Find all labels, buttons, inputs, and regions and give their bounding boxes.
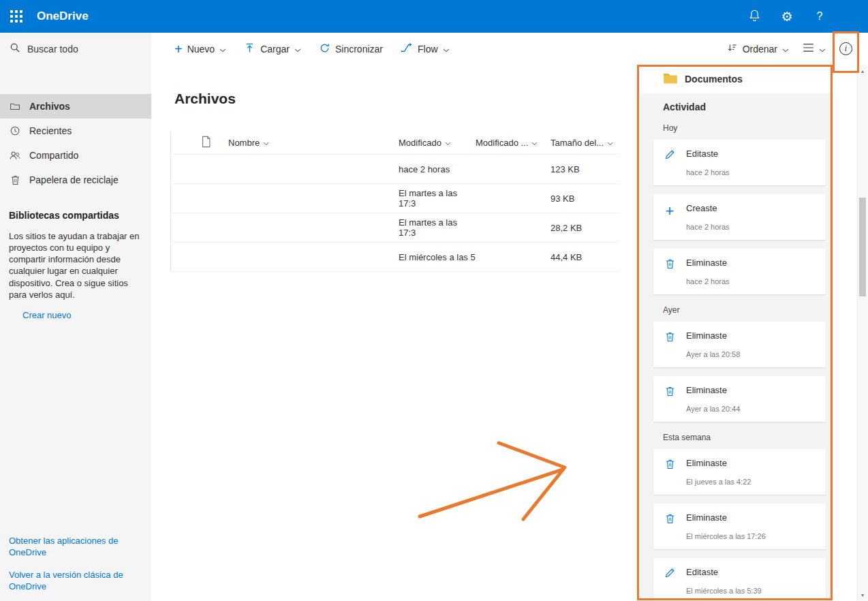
details-panel-header: Documentos [637, 65, 833, 93]
column-header-label: Tamaño del... [551, 138, 604, 148]
activity-group-label: Hoy [663, 123, 826, 133]
help-icon: ? [817, 10, 823, 22]
row-size-cell: 28,2 KB [551, 223, 619, 233]
row-select-cell[interactable] [170, 155, 201, 183]
activity-card[interactable]: + Creaste hace 2 horas [653, 194, 826, 240]
onedrive-app: OneDrive ⚙ ? [0, 0, 868, 601]
activity-action: Eliminaste [686, 330, 740, 341]
activity-card[interactable]: Eliminaste El jueves a las 4:22 [653, 449, 826, 495]
settings-button[interactable]: ⚙ [771, 0, 803, 33]
clock-icon [9, 125, 21, 136]
modified-by-column-header[interactable]: Modificado ... [476, 138, 551, 148]
view-options-button[interactable] [803, 43, 826, 55]
sort-button[interactable]: Ordenar [727, 42, 789, 55]
view-list-icon [803, 43, 814, 55]
activity-action: Editaste [686, 149, 730, 159]
row-size-cell: 93 KB [551, 194, 619, 204]
get-onedrive-apps-link[interactable]: Obtener las aplicaciones de OneDrive [9, 536, 135, 559]
activity-card[interactable]: Eliminaste Ayer a las 20:58 [653, 322, 826, 367]
table-row[interactable]: El martes a las 17:3 28,2 KB [170, 213, 619, 243]
name-column-header[interactable]: Nombre [228, 138, 399, 148]
activity-action: Editaste [686, 567, 762, 577]
row-select-cell[interactable] [170, 243, 201, 271]
activity-time: Ayer a las 20:44 [686, 405, 740, 413]
notifications-button[interactable] [738, 0, 771, 33]
chevron-down-icon [782, 44, 789, 55]
trash-icon [663, 258, 677, 286]
sidebar-item-papelera[interactable]: Papelera de reciclaje [0, 168, 151, 192]
row-size-cell: 44,4 KB [551, 252, 619, 262]
scrollbar-thumb[interactable] [859, 198, 866, 296]
table-row[interactable]: hace 2 horas 123 KB [170, 155, 619, 184]
activity-card[interactable]: Eliminaste Ayer a las 20:44 [653, 376, 826, 422]
search-box[interactable] [0, 33, 151, 65]
shared-libraries-section: Bibliotecas compartidas Los sitios te ay… [0, 210, 151, 300]
create-new-link[interactable]: Crear nuevo [22, 310, 72, 320]
activity-time: hace 2 horas [686, 223, 730, 231]
new-button[interactable]: + Nuevo [174, 42, 226, 56]
upload-button[interactable]: Cargar [244, 42, 301, 56]
chevron-down-icon [445, 138, 451, 148]
table-row[interactable]: El miércoles a las 5 44,4 KB [170, 243, 619, 272]
new-button-label: Nuevo [187, 44, 215, 55]
sync-button[interactable]: Sincronizar [319, 42, 383, 56]
search-input[interactable] [27, 44, 129, 55]
row-select-cell[interactable] [170, 184, 201, 213]
trash-icon [663, 459, 677, 486]
row-modified-cell: El martes a las 17:3 [399, 217, 476, 238]
file-type-column-header[interactable] [201, 136, 228, 150]
column-header-label: Modificado [399, 138, 441, 148]
chevron-down-icon [294, 44, 301, 55]
activity-card[interactable]: Editaste hace 2 horas [653, 140, 826, 185]
classic-onedrive-link[interactable]: Volver a la versión clásica de OneDrive [9, 570, 135, 593]
row-modified-cell: El miércoles a las 5 [399, 252, 476, 262]
sidebar-item-recientes[interactable]: Recientes [0, 119, 151, 143]
scroll-down-arrow-icon[interactable]: ▼ [858, 590, 867, 600]
activity-action: Eliminaste [686, 385, 740, 395]
activity-title: Actividad [663, 102, 826, 112]
trash-icon [663, 513, 677, 540]
activity-time: El miércoles a las 17:26 [686, 532, 766, 540]
modified-column-header[interactable]: Modificado [399, 138, 476, 148]
activity-time: hace 2 horas [686, 277, 730, 286]
app-title[interactable]: OneDrive [37, 10, 89, 23]
shared-libraries-title: Bibliotecas compartidas [9, 210, 140, 221]
row-select-cell[interactable] [170, 213, 201, 242]
upload-icon [244, 42, 255, 56]
chevron-down-icon [219, 44, 226, 55]
trash-icon [663, 331, 677, 358]
flow-button[interactable]: Flow [401, 43, 450, 55]
topbar-actions: ⚙ ? [738, 0, 836, 33]
help-button[interactable]: ? [803, 0, 836, 33]
details-pane-button[interactable]: i [839, 42, 852, 55]
app-launcher-button[interactable] [0, 0, 33, 33]
sidebar-item-archivos[interactable]: Archivos [0, 94, 151, 119]
vertical-scrollbar[interactable]: ▲ ▼ [857, 65, 867, 601]
size-column-header[interactable]: Tamaño del... [551, 138, 619, 148]
table-header-row: Nombre Modificado Modificado ... Tamaño … [170, 132, 619, 155]
sidebar-item-compartido[interactable]: Compartido [0, 143, 151, 168]
topbar: OneDrive ⚙ ? [0, 0, 868, 33]
plus-icon: + [663, 204, 677, 231]
select-column-header[interactable] [170, 132, 201, 154]
bell-icon [749, 9, 760, 24]
activity-group-label: Esta semana [663, 433, 826, 442]
details-folder-name: Documentos [685, 74, 743, 84]
activity-card[interactable]: Eliminaste hace 2 horas [653, 249, 826, 294]
sidebar-item-label: Compartido [29, 150, 78, 161]
chevron-down-icon [531, 138, 538, 148]
activity-card[interactable]: Eliminaste El miércoles a las 17:26 [653, 504, 826, 549]
row-size-cell: 123 KB [551, 164, 619, 174]
plus-icon: + [174, 42, 183, 56]
trash-icon [663, 386, 677, 413]
search-icon [10, 42, 20, 56]
shared-libraries-description: Los sitios te ayudan a trabajar en proye… [9, 230, 140, 300]
scroll-up-arrow-icon[interactable]: ▲ [858, 66, 867, 76]
chevron-down-icon [607, 138, 613, 148]
sidebar-item-label: Archivos [29, 101, 70, 112]
activity-time: El miércoles a las 5:39 [686, 587, 762, 595]
column-header-label: Nombre [228, 138, 260, 148]
table-row[interactable]: El martes a las 17:3 93 KB [170, 184, 619, 213]
folder-icon [663, 72, 678, 86]
activity-card[interactable]: Editaste El miércoles a las 5:39 [653, 558, 826, 601]
